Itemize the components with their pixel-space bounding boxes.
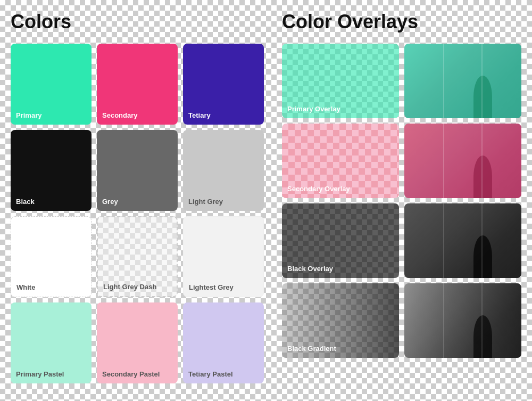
swatch-tetiary: Tetiary [183,44,264,125]
color-grid: Primary Secondary Tetiary Black Grey Lig… [11,44,271,383]
swatch-tetiary-pastel-label: Tetiary Pastel [188,370,233,378]
swatch-white: White [11,216,92,297]
overlay-primary-photo [404,44,521,118]
overlay-grid: Primary Overlay Secondary Overlay [282,44,521,358]
overlay-primary-checker: Primary Overlay [282,44,399,118]
swatch-primary-pastel-label: Primary Pastel [16,370,64,378]
overlays-section: Color Overlays Primary Overlay [282,11,521,383]
swatch-tetiary-pastel: Tetiary Pastel [183,302,264,383]
swatch-white-label: White [16,283,35,291]
swatch-light-grey-label: Light Grey [188,198,223,206]
overlay-secondary-photo [404,124,521,198]
swatch-secondary-pastel: Secondary Pastel [97,302,178,383]
swatch-grey-label: Grey [102,198,118,206]
swatch-secondary-pastel-label: Secondary Pastel [102,370,160,378]
swatch-primary-label: Primary [16,111,41,119]
swatch-light-grey-dash: Light Grey Dash [97,216,178,297]
overlays-title: Color Overlays [282,11,521,33]
swatch-black: Black [11,130,92,211]
swatch-primary: Primary [11,44,92,125]
overlay-black-checker-label: Black Overlay [287,265,333,273]
overlay-black-checker: Black Overlay [282,203,399,278]
overlay-secondary-checker-label: Secondary Overlay [287,185,350,193]
overlay-black-gradient-photo [404,283,521,358]
swatch-lightest-grey-label: Lightest Grey [189,283,234,291]
swatch-grey: Grey [97,130,178,211]
colors-title: Colors [11,11,271,33]
swatch-light-grey-dash-label: Light Grey Dash [103,283,156,291]
overlay-black-photo [404,203,521,278]
swatch-tetiary-label: Tetiary [188,111,211,119]
swatch-primary-pastel: Primary Pastel [11,302,92,383]
swatch-light-grey: Light Grey [183,130,264,211]
overlay-secondary-checker: Secondary Overlay [282,124,399,198]
swatch-lightest-grey: Lightest Grey [183,216,264,297]
swatch-secondary: Secondary [97,44,178,125]
overlay-black-gradient-checker-label: Black Gradient [287,345,336,353]
overlay-primary-checker-label: Primary Overlay [287,105,340,113]
colors-section: Colors Primary Secondary Tetiary Black G… [11,11,271,383]
overlay-black-gradient-checker: Black Gradient [282,283,399,358]
swatch-secondary-label: Secondary [102,111,137,119]
main-layout: Colors Primary Secondary Tetiary Black G… [11,11,521,383]
swatch-black-label: Black [16,198,35,206]
